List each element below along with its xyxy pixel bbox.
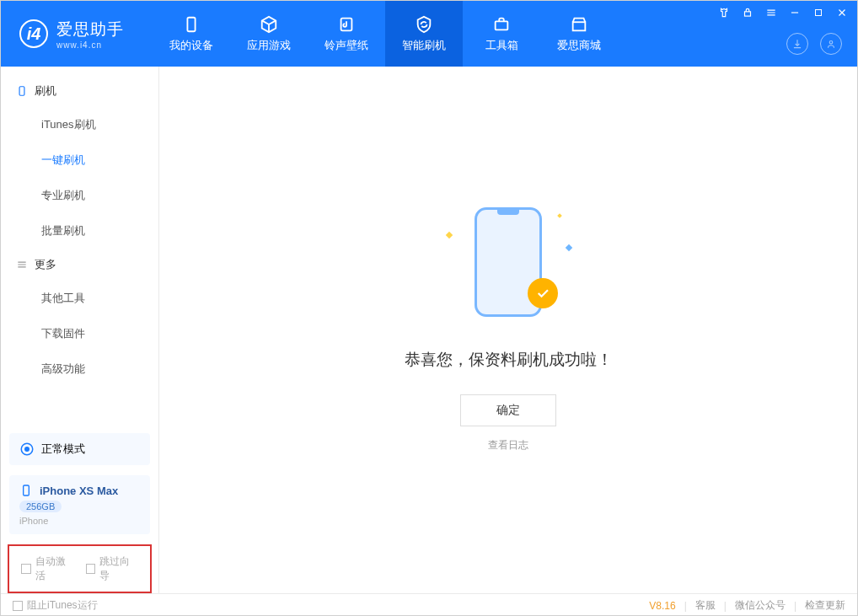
device-type: iPhone <box>19 516 48 526</box>
sidebar-scroll: 刷机 iTunes刷机 一键刷机 专业刷机 批量刷机 更多 其他工具 下载固件 … <box>1 67 158 428</box>
logo-area: i4 爱思助手 www.i4.cn <box>1 19 153 50</box>
ok-button[interactable]: 确定 <box>460 394 556 426</box>
mode-card[interactable]: 正常模式 <box>9 433 150 465</box>
phone-icon <box>182 15 201 34</box>
footer-link-support[interactable]: 客服 <box>695 598 716 613</box>
svg-point-6 <box>829 41 833 45</box>
tab-label: 智能刷机 <box>402 38 446 53</box>
tab-label: 我的设备 <box>169 38 213 53</box>
sidebar-group-flash: 刷机 <box>1 75 158 107</box>
success-illustration <box>462 207 555 325</box>
window-controls <box>717 6 849 19</box>
checkbox-label: 跳过向导 <box>99 554 138 583</box>
footer-link-wechat[interactable]: 微信公众号 <box>735 598 786 613</box>
tab-apps-games[interactable]: 应用游戏 <box>230 1 308 67</box>
app-title: 爱思助手 <box>56 19 124 40</box>
checkbox-auto-activate[interactable]: 自动激活 <box>21 554 74 583</box>
device-name: iPhone XS Max <box>40 485 118 497</box>
footer-right: V8.16 | 客服 | 微信公众号 | 检查更新 <box>649 598 845 613</box>
list-icon <box>16 259 28 271</box>
device-phone-icon <box>19 484 33 497</box>
sidebar-item-other-tools[interactable]: 其他工具 <box>1 281 158 316</box>
sidebar-item-itunes-flash[interactable]: iTunes刷机 <box>1 107 158 142</box>
divider: | <box>724 600 727 612</box>
store-icon <box>570 15 588 34</box>
refresh-shield-icon <box>415 15 433 34</box>
header-right-icons <box>786 33 842 55</box>
sparkle-icon <box>566 244 572 251</box>
svg-rect-3 <box>573 22 586 30</box>
app-subtitle: www.i4.cn <box>56 40 124 50</box>
mode-label: 正常模式 <box>41 442 85 457</box>
mode-icon <box>19 442 35 457</box>
tab-store[interactable]: 爱思商城 <box>540 1 618 67</box>
svg-rect-7 <box>19 87 24 96</box>
sidebar-item-download-firmware[interactable]: 下载固件 <box>1 316 158 351</box>
svg-rect-10 <box>24 485 29 495</box>
checkbox-icon <box>13 601 23 611</box>
svg-rect-2 <box>496 21 508 29</box>
group-title: 刷机 <box>35 83 56 99</box>
sparkle-icon <box>446 232 453 238</box>
view-log-link[interactable]: 查看日志 <box>488 438 528 453</box>
toolbox-icon <box>492 15 511 34</box>
footer: 阻止iTunes运行 V8.16 | 客服 | 微信公众号 | 检查更新 <box>1 593 857 616</box>
sidebar: 刷机 iTunes刷机 一键刷机 专业刷机 批量刷机 更多 其他工具 下载固件 … <box>1 67 159 593</box>
checkbox-block-itunes[interactable]: 阻止iTunes运行 <box>13 598 98 613</box>
user-button[interactable] <box>820 33 842 55</box>
checkbox-label: 阻止iTunes运行 <box>27 598 98 613</box>
main-content: 恭喜您，保资料刷机成功啦！ 确定 查看日志 <box>159 67 857 593</box>
version-label: V8.16 <box>649 600 675 612</box>
checkbox-row-highlighted: 自动激活 跳过向导 <box>8 544 152 593</box>
tab-label: 爱思商城 <box>557 38 601 53</box>
body-area: 刷机 iTunes刷机 一键刷机 专业刷机 批量刷机 更多 其他工具 下载固件 … <box>1 67 857 593</box>
tab-label: 应用游戏 <box>247 38 291 53</box>
svg-point-9 <box>25 447 29 452</box>
svg-rect-4 <box>745 12 751 16</box>
download-button[interactable] <box>786 33 808 55</box>
success-message: 恭喜您，保资料刷机成功啦！ <box>405 349 613 371</box>
footer-link-update[interactable]: 检查更新 <box>805 598 845 613</box>
sparkle-icon <box>557 213 562 218</box>
sidebar-item-oneclick-flash[interactable]: 一键刷机 <box>1 142 158 178</box>
tab-my-device[interactable]: 我的设备 <box>153 1 230 67</box>
checkbox-icon <box>86 564 96 574</box>
logo-text: 爱思助手 www.i4.cn <box>56 19 124 50</box>
sidebar-item-advanced[interactable]: 高级功能 <box>1 351 158 387</box>
tab-ringtone-wallpaper[interactable]: 铃声壁纸 <box>308 1 385 67</box>
logo-icon: i4 <box>19 19 48 48</box>
check-badge-icon <box>528 278 558 308</box>
divider: | <box>794 600 796 612</box>
device-icon <box>16 85 28 97</box>
app-header: i4 爱思助手 www.i4.cn 我的设备 应用游戏 铃声壁纸 智能刷机 工具… <box>1 1 857 67</box>
checkbox-label: 自动激活 <box>35 554 74 583</box>
phone-notch <box>497 210 519 215</box>
sidebar-group-more: 更多 <box>1 249 158 281</box>
svg-rect-5 <box>816 10 822 16</box>
checkbox-skip-guide[interactable]: 跳过向导 <box>86 554 139 583</box>
divider: | <box>684 600 687 612</box>
tab-label: 铃声壁纸 <box>324 38 368 53</box>
sidebar-item-pro-flash[interactable]: 专业刷机 <box>1 178 158 213</box>
sidebar-item-batch-flash[interactable]: 批量刷机 <box>1 213 158 249</box>
lock-icon[interactable] <box>741 6 754 19</box>
shirt-icon[interactable] <box>717 6 731 19</box>
music-icon <box>337 15 356 34</box>
close-button[interactable] <box>835 6 849 19</box>
tab-label: 工具箱 <box>485 38 518 53</box>
svg-rect-0 <box>187 17 195 31</box>
maximize-button[interactable] <box>812 6 825 19</box>
group-title: 更多 <box>35 257 56 272</box>
cube-icon <box>260 15 278 34</box>
device-storage: 256GB <box>19 501 62 512</box>
checkbox-icon <box>21 564 31 574</box>
device-card[interactable]: iPhone XS Max 256GB iPhone <box>9 475 150 534</box>
menu-icon[interactable] <box>764 6 778 19</box>
tab-toolbox[interactable]: 工具箱 <box>463 1 540 67</box>
nav-tabs: 我的设备 应用游戏 铃声壁纸 智能刷机 工具箱 爱思商城 <box>153 1 618 67</box>
tab-smart-flash[interactable]: 智能刷机 <box>385 1 463 67</box>
minimize-button[interactable] <box>788 6 802 19</box>
